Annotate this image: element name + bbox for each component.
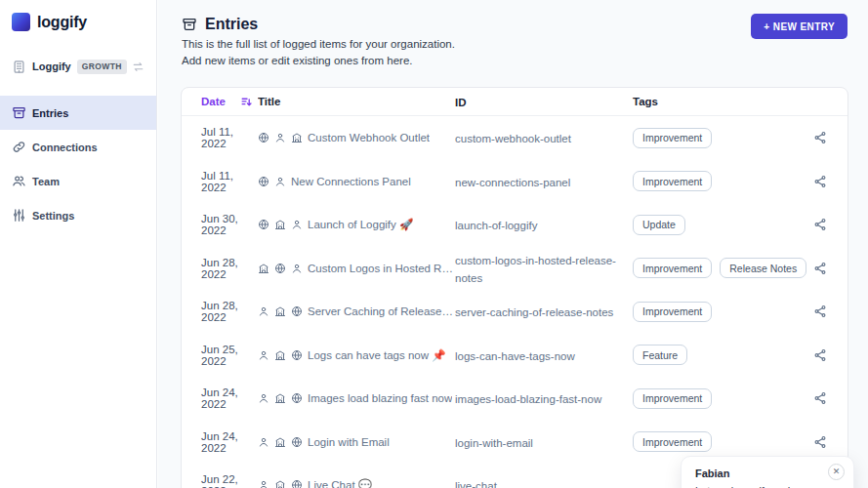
share-icon[interactable] [813, 131, 827, 144]
user-icon [258, 305, 269, 317]
app-logo[interactable]: loggify [0, 0, 156, 31]
switch-org-icon[interactable] [132, 61, 145, 73]
entry-date: Jun 30, 2022 [201, 213, 258, 236]
main-content: Entries This is the full list of logged … [158, 0, 868, 488]
archive-icon [12, 105, 26, 120]
globe-icon [258, 219, 269, 230]
tag-chip: Improvement [633, 258, 712, 278]
entry-title[interactable]: Images load blazing fast now [308, 392, 452, 404]
sidebar-item-label: Entries [32, 107, 68, 119]
sidebar-item-team[interactable]: Team [0, 164, 156, 198]
org-switcher[interactable]: Loggify GROWTH [0, 55, 156, 78]
table-row[interactable]: Jul 11, 2022 Custom Webhook Outlet custo… [182, 116, 847, 160]
entry-title[interactable]: Custom Logos in Hosted Releas... [308, 263, 455, 274]
sidebar-item-connections[interactable]: Connections [0, 130, 156, 164]
entry-title[interactable]: Live Chat 💬 [308, 478, 372, 488]
globe-icon [291, 436, 303, 448]
org-name: Loggify [32, 61, 71, 72]
entries-table: Date Title ID Tags Jul 11, 2022 Custom W… [181, 87, 848, 488]
entry-date: Jun 28, 2022 [201, 257, 258, 280]
page-title: Entries [205, 16, 258, 33]
column-header-tags[interactable]: Tags [633, 96, 658, 107]
entries-table-body: Jul 11, 2022 Custom Webhook Outlet custo… [182, 116, 847, 488]
entry-title[interactable]: Launch of Loggify 🚀 [308, 218, 413, 231]
share-icon[interactable] [813, 435, 827, 449]
sidebar-item-settings[interactable]: Settings [0, 198, 156, 232]
globe-icon [291, 305, 303, 317]
share-icon[interactable] [813, 175, 827, 188]
entry-channel-icons [258, 479, 308, 488]
page-subtitle-line2: Add new items or edit existing ones from… [182, 55, 413, 66]
sidebar-item-label: Connections [32, 142, 98, 153]
table-row[interactable]: Jun 28, 2022 Custom Logos in Hosted Rele… [182, 247, 847, 291]
share-icon[interactable] [813, 305, 827, 318]
entry-date: Jun 22, 2022 [201, 473, 258, 488]
entry-title[interactable]: Login with Email [308, 436, 390, 448]
tag-chip: Release Notes [720, 258, 806, 278]
user-icon [291, 219, 303, 230]
sidebar-item-label: Team [32, 176, 60, 187]
entry-channel-icons [258, 219, 308, 230]
entry-id: login-with-email [455, 437, 533, 449]
table-row[interactable]: Jun 25, 2022 Logs can have tags now 📌 lo… [182, 334, 847, 378]
user-icon [258, 436, 269, 448]
entry-id: launch-of-loggify [455, 220, 537, 231]
entry-tags: Improvement [633, 388, 806, 409]
column-header-date[interactable]: Date [201, 96, 226, 107]
sidebar-item-label: Settings [32, 210, 74, 222]
entry-tags: ImprovementRelease Notes [633, 258, 806, 278]
entry-tags: Feature [633, 345, 806, 365]
tag-chip: Improvement [633, 128, 712, 148]
share-icon[interactable] [813, 262, 827, 275]
tag-chip: Update [633, 215, 685, 235]
sort-descending-icon[interactable] [240, 96, 253, 108]
link-icon [12, 140, 26, 154]
team-icon [12, 174, 26, 188]
entry-date: Jun 24, 2022 [201, 430, 258, 454]
table-row[interactable]: Jul 11, 2022 New Connections Panel new-c… [182, 160, 847, 204]
table-row[interactable]: Jun 28, 2022 Server Caching of Release N… [182, 290, 847, 334]
building-icon [274, 436, 286, 448]
tag-chip: Improvement [633, 388, 712, 409]
entry-id: new-connections-panel [455, 177, 570, 188]
tag-chip: Improvement [633, 302, 712, 322]
sidebar-item-entries[interactable]: Entries [0, 96, 156, 130]
entry-tags: Improvement [633, 302, 806, 322]
globe-icon [291, 349, 303, 361]
close-icon[interactable]: ✕ [828, 464, 845, 480]
entry-tags: Improvement [633, 128, 806, 148]
chat-sender-name: Fabian [695, 468, 840, 479]
table-row[interactable]: Jun 24, 2022 Images load blazing fast no… [182, 377, 847, 421]
sidebar-nav: Entries Connections Team Settings [0, 96, 156, 232]
building-icon [274, 305, 286, 317]
share-icon[interactable] [813, 218, 827, 231]
sidebar: loggify Loggify GROWTH Entries Connectio… [0, 0, 157, 488]
tag-chip: Improvement [633, 171, 712, 191]
entry-channel-icons [258, 305, 308, 317]
entry-title[interactable]: New Connections Panel [291, 176, 411, 187]
user-icon [291, 263, 303, 274]
entry-channel-icons [258, 392, 308, 404]
entry-title[interactable]: Custom Webhook Outlet [308, 132, 430, 143]
entry-id: custom-logos-in-hosted-release-notes [455, 255, 616, 284]
share-icon[interactable] [813, 348, 827, 362]
table-row[interactable]: Jun 30, 2022 Launch of Loggify 🚀 launch-… [182, 203, 847, 247]
share-icon[interactable] [813, 391, 827, 405]
entry-channel-icons [258, 176, 291, 187]
entry-id: custom-webhook-outlet [455, 133, 571, 144]
column-header-title[interactable]: Title [258, 96, 280, 107]
new-entry-button[interactable]: + NEW ENTRY [751, 14, 847, 39]
entry-title[interactable]: Server Caching of Release Not... [308, 305, 455, 317]
building-icon [274, 392, 286, 404]
user-icon [258, 349, 269, 361]
page-header: Entries [182, 16, 258, 33]
column-header-id[interactable]: ID [455, 97, 467, 108]
building-icon [274, 349, 286, 361]
entry-title[interactable]: Logs can have tags now 📌 [308, 348, 446, 362]
entry-tags: Improvement [633, 171, 806, 191]
entry-tags: Improvement [633, 431, 806, 452]
table-header-row: Date Title ID Tags [182, 88, 847, 116]
entry-id: live-chat [455, 480, 497, 488]
page-subtitle-line1: This is the full list of logged items fo… [182, 38, 455, 50]
entry-channel-icons [258, 436, 308, 448]
